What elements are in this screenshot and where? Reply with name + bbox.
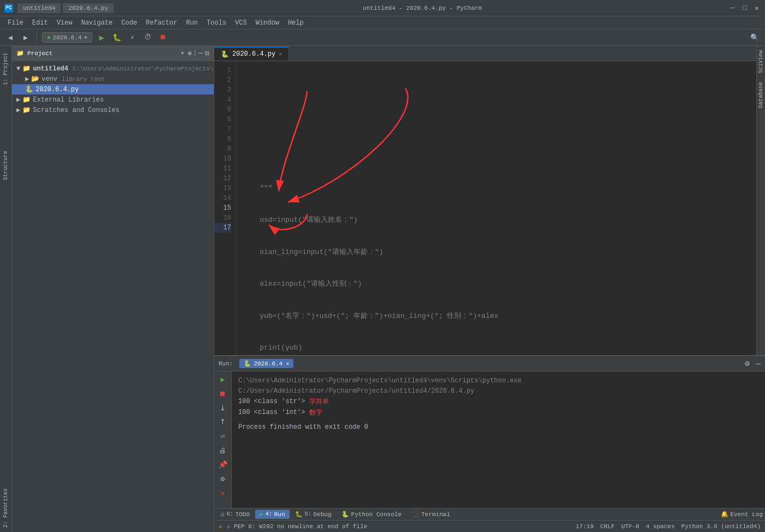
run-tab-main[interactable]: 🐍 2020.6.4 ✕ bbox=[239, 359, 293, 368]
title-tab-file[interactable]: 2020.6.4.py bbox=[63, 3, 114, 13]
run-output-line1-row: 100 <class 'str'> 字符串 bbox=[238, 397, 758, 407]
run-settings2[interactable]: ⚙ bbox=[217, 473, 229, 485]
menu-code[interactable]: Code bbox=[117, 18, 142, 28]
editor-area: 🐍 2020.6.4.py ✕ 12345 678910 11121314 15 bbox=[214, 46, 756, 355]
left-sidebar-tabs: 1: Project Structure 2: Favorites bbox=[0, 46, 12, 532]
code-editor[interactable]: 12345 678910 11121314 15 16 17 bbox=[214, 61, 756, 355]
tree-arrow-scratches: ▶ bbox=[16, 106, 20, 114]
status-encoding[interactable]: UTF-8 bbox=[621, 523, 639, 530]
run-scroll-end[interactable]: ⤓ bbox=[217, 402, 229, 414]
run-pin[interactable]: 📌 bbox=[217, 459, 229, 471]
close-button[interactable]: ✕ bbox=[753, 4, 761, 12]
search-everywhere[interactable]: 🔍 bbox=[749, 32, 761, 44]
tree-label-ext: External Libraries bbox=[33, 96, 104, 104]
status-indent[interactable]: 4 spaces bbox=[646, 523, 675, 530]
btm-tab-todo[interactable]: ☑ 6: TODO bbox=[216, 510, 254, 519]
run-tab-close[interactable]: ✕ bbox=[286, 360, 289, 367]
maximize-button[interactable]: □ bbox=[741, 4, 749, 12]
run-output-line2: 100 <class 'int'> bbox=[238, 407, 305, 418]
code-line-3 bbox=[243, 151, 750, 162]
event-log-area: 🔔 Event Log bbox=[721, 511, 763, 518]
code-line-5: usd=input("请输入姓名：") bbox=[243, 215, 750, 226]
project-sync-icon[interactable]: ⁝ bbox=[194, 49, 196, 58]
run-config-dropdown[interactable]: ● 2020.6.4 ▾ bbox=[42, 32, 92, 43]
menu-help[interactable]: Help bbox=[284, 18, 308, 28]
tree-item-main-file[interactable]: 🐍 2020.6.4.py bbox=[12, 84, 214, 94]
menu-file[interactable]: File bbox=[3, 18, 28, 28]
tree-arrow-root: ▼ bbox=[16, 65, 20, 73]
minimize-button[interactable]: — bbox=[729, 4, 737, 12]
status-warning-text[interactable]: ⚠ PEP 8: W292 no newline at end of file bbox=[227, 523, 367, 530]
ext-libs-icon: 📁 bbox=[22, 96, 31, 104]
run-scroll-begin[interactable]: ⤒ bbox=[217, 416, 229, 428]
code-content[interactable]: """ usd=input("请输入姓名：") nian_ling=input(… bbox=[236, 61, 756, 355]
event-log-icon: 🔔 bbox=[721, 511, 728, 518]
event-log-label[interactable]: Event Log bbox=[731, 511, 763, 518]
toolbar-forward[interactable]: ▶ bbox=[20, 32, 32, 44]
menu-tools[interactable]: Tools bbox=[202, 18, 231, 28]
menu-view[interactable]: View bbox=[52, 18, 77, 28]
stop-button[interactable]: ⏹ bbox=[157, 32, 169, 44]
btm-tab-python-console[interactable]: 🐍 Python Console bbox=[337, 510, 406, 519]
toolbar-separator bbox=[37, 32, 37, 43]
status-position[interactable]: 17:19 bbox=[576, 523, 594, 530]
run-print[interactable]: 🖨 bbox=[217, 445, 229, 457]
project-settings-icon[interactable]: ⊟ bbox=[205, 49, 209, 58]
run-button[interactable]: ▶ bbox=[96, 32, 108, 44]
menu-run[interactable]: Run bbox=[181, 18, 202, 28]
project-chevron: ▾ bbox=[180, 49, 184, 57]
run-annotation1: 字符串 bbox=[309, 397, 329, 407]
status-python[interactable]: Python 3.6 (untitled4) bbox=[681, 523, 761, 530]
run-output: C:\Users\Administrator\PycharmProjects\u… bbox=[232, 371, 765, 508]
run-soft-wrap[interactable]: ⏎ bbox=[217, 430, 229, 442]
project-panel: 📁 Project ▾ ⊕ ⁝ — ⊟ ▼ 📁 untitled4 C:\Use… bbox=[12, 46, 214, 532]
project-add-icon[interactable]: ⊕ bbox=[188, 49, 192, 58]
project-collapse-icon[interactable]: — bbox=[198, 49, 203, 58]
status-crlf[interactable]: CRLF bbox=[601, 523, 615, 530]
sidebar-tab-project[interactable]: 1: Project bbox=[2, 48, 10, 90]
run-restart-button[interactable]: ▶ bbox=[217, 374, 229, 386]
run-stop-button[interactable]: ⏹ bbox=[217, 388, 229, 400]
tree-arrow-venv: ▶ bbox=[25, 75, 29, 83]
run-body: ▶ ⏹ ⤓ ⤒ ⏎ 🖨 📌 ⚙ ✕ C:\Users\Administrator… bbox=[214, 371, 765, 508]
menu-navigate[interactable]: Navigate bbox=[76, 18, 117, 28]
profile-button[interactable]: ⏱ bbox=[142, 32, 154, 44]
btm-tab-terminal[interactable]: ⬛ Terminal bbox=[407, 510, 455, 519]
sidebar-tab-favorites[interactable]: 2: Favorites bbox=[2, 484, 10, 532]
run-settings-icon[interactable]: ⚙ bbox=[745, 359, 749, 368]
tree-item-root[interactable]: ▼ 📁 untitled4 C:\Users\Administrator\Pyc… bbox=[12, 63, 214, 74]
annotation-arrows bbox=[236, 61, 619, 334]
status-bar: ⚠ ⚠ PEP 8: W292 no newline at end of fil… bbox=[214, 520, 765, 532]
menu-window[interactable]: Window bbox=[251, 18, 284, 28]
menu-refactor[interactable]: Refactor bbox=[142, 18, 182, 28]
right-panel-database[interactable]: Database bbox=[757, 78, 765, 113]
menu-edit[interactable]: Edit bbox=[28, 18, 52, 28]
sidebar-tab-structure[interactable]: Structure bbox=[2, 146, 10, 185]
project-panel-header: 📁 Project ▾ ⊕ ⁝ — ⊟ bbox=[12, 46, 214, 61]
run-close[interactable]: ✕ bbox=[217, 487, 229, 499]
bottom-tabs-bar: ☑ 6: TODO ▶ 4: Run 🐛 5: Debug 🐍 Python C… bbox=[214, 508, 765, 520]
btm-tab-run-label: Run bbox=[274, 511, 285, 518]
menu-vcs[interactable]: VCS bbox=[231, 18, 251, 28]
tree-item-scratches[interactable]: ▶ 📁 Scratches and Consoles bbox=[12, 105, 214, 115]
btm-tab-python-label: Python Console bbox=[351, 511, 402, 518]
btm-tab-run[interactable]: ▶ 4: Run bbox=[255, 510, 289, 519]
run-minimize-icon[interactable]: — bbox=[756, 359, 761, 368]
title-tab-untitled4[interactable]: untitled4 bbox=[17, 3, 61, 13]
tree-label-venv: venv bbox=[42, 75, 57, 83]
toolbar-back[interactable]: ◀ bbox=[4, 32, 16, 44]
btm-tab-python-icon: 🐍 bbox=[342, 511, 349, 518]
window-title: untitled4 - 2020.6.4.py - PyCharm bbox=[116, 5, 729, 11]
project-header-icons: ⊕ ⁝ — ⊟ bbox=[188, 49, 209, 58]
tree-item-external-libs[interactable]: ▶ 📁 External Libraries bbox=[12, 94, 214, 105]
right-panel-sciview[interactable]: SciView bbox=[757, 46, 765, 78]
run-side-toolbar: ▶ ⏹ ⤓ ⤒ ⏎ 🖨 📌 ⚙ ✕ bbox=[214, 371, 232, 508]
tree-item-venv[interactable]: ▶ 📂 venv library root bbox=[12, 74, 214, 84]
coverage-button[interactable]: ⚡ bbox=[126, 32, 138, 44]
editor-tab-close[interactable]: ✕ bbox=[279, 51, 282, 57]
code-line-7: alex=input("请输入性别：") bbox=[243, 279, 750, 289]
debug-button[interactable]: 🐛 bbox=[111, 32, 123, 44]
editor-tab-main[interactable]: 🐍 2020.6.4.py ✕ bbox=[214, 46, 289, 61]
btm-tab-debug-num: 5: bbox=[305, 511, 311, 517]
btm-tab-debug[interactable]: 🐛 5: Debug bbox=[291, 510, 336, 519]
